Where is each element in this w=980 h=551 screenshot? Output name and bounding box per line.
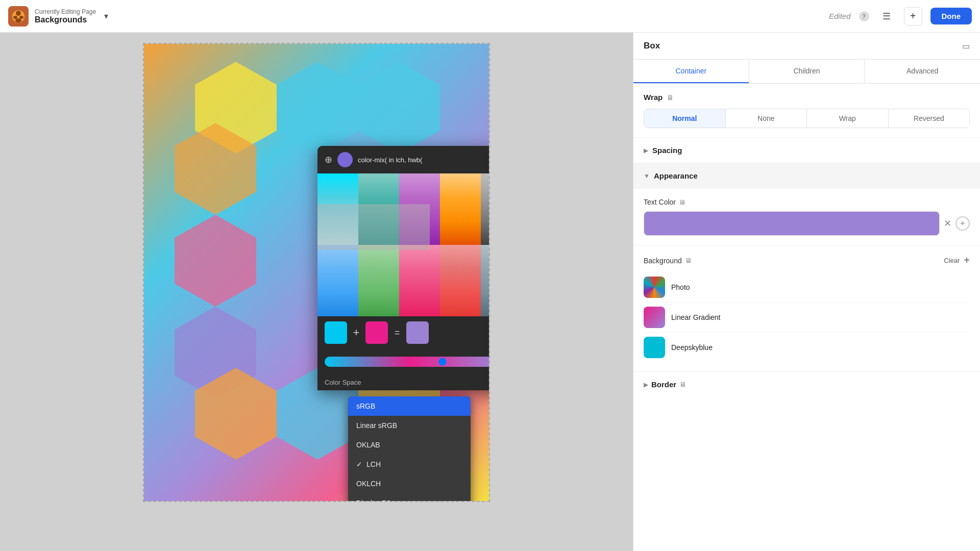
- color-slider-row: [317, 349, 490, 374]
- color-formula: color-mix( in lch, hwb(: [358, 156, 490, 164]
- dropdown-item-srgb[interactable]: sRGB: [348, 396, 471, 416]
- header-title: Backgrounds: [35, 15, 96, 24]
- background-header: Background 🖥 Clear +: [644, 255, 970, 266]
- solid-label: Deepskyblue: [671, 343, 713, 352]
- appearance-header[interactable]: ▼ Appearance: [633, 163, 980, 188]
- dropdown-item-oklab[interactable]: OKLAB: [348, 435, 471, 455]
- done-button[interactable]: Done: [930, 8, 972, 24]
- header-subtitle: Currently Editing Page: [35, 8, 96, 15]
- text-color-clear-icon[interactable]: ✕: [944, 218, 951, 229]
- add-icon[interactable]: +: [904, 7, 922, 26]
- colorspace-label: Color Space: [325, 379, 361, 386]
- background-add-btn[interactable]: +: [964, 255, 970, 266]
- gradient-label: Linear Gradient: [671, 313, 721, 321]
- equals-icon: =: [388, 323, 406, 342]
- svg-marker-10: [175, 215, 256, 307]
- background-actions: Clear +: [944, 255, 970, 266]
- monitor-icon-border: 🖥: [679, 381, 686, 388]
- svg-point-5: [15, 18, 21, 22]
- canvas-area: ⊕ color-mix( in lch, hwb( +: [0, 33, 633, 551]
- dropdown-item-linear-srgb[interactable]: Linear sRGB: [348, 416, 471, 435]
- monitor-icon-wrap: 🖥: [667, 93, 674, 102]
- app-header: Currently Editing Page Backgrounds ▾ Edi…: [0, 0, 980, 33]
- pink-swatch[interactable]: [365, 321, 388, 344]
- crosshair-icon[interactable]: ⊕: [325, 154, 332, 165]
- border-section: ▶ Border 🖥: [633, 372, 980, 397]
- right-panel: Box ▭ Container Children Advanced Wrap 🖥…: [633, 33, 980, 551]
- dropdown-label: Linear sRGB: [356, 421, 397, 430]
- picker-color-preview[interactable]: [337, 152, 353, 167]
- dropdown-label: Display-P3: [356, 499, 391, 502]
- spacing-title: Spacing: [652, 146, 682, 155]
- wrap-reversed[interactable]: Reversed: [889, 109, 970, 128]
- dropdown-label: sRGB: [356, 402, 375, 410]
- header-left: Currently Editing Page Backgrounds ▾: [8, 6, 108, 27]
- app-logo: [8, 6, 29, 27]
- background-item-solid[interactable]: Deepskyblue: [644, 333, 970, 362]
- spacing-chevron: ▶: [644, 147, 648, 154]
- background-clear-btn[interactable]: Clear: [944, 257, 960, 264]
- dropdown-item-oklch[interactable]: OKLCH: [348, 474, 471, 493]
- tab-advanced[interactable]: Advanced: [865, 60, 980, 83]
- canvas-frame: ⊕ color-mix( in lch, hwb( +: [143, 43, 490, 502]
- panel-title: Box: [644, 41, 660, 51]
- lavender-swatch[interactable]: [406, 321, 429, 344]
- svg-marker-7: [277, 62, 358, 154]
- wrap-none[interactable]: None: [726, 109, 807, 128]
- wrap-label: Wrap: [644, 93, 663, 102]
- appearance-section: ▼ Appearance: [633, 163, 980, 189]
- tab-container[interactable]: Container: [633, 60, 749, 83]
- dropdown-label: LCH: [366, 460, 381, 468]
- svg-point-2: [16, 11, 21, 16]
- picker-header: ⊕ color-mix( in lch, hwb( +: [317, 146, 490, 173]
- checkmark-icon: ✓: [356, 460, 362, 468]
- panel-header: Box ▭: [633, 33, 980, 60]
- background-item-gradient[interactable]: Linear Gradient: [644, 303, 970, 333]
- help-icon[interactable]: ?: [859, 11, 869, 21]
- color-gradient-grid[interactable]: [317, 173, 490, 316]
- appearance-chevron: ▼: [644, 172, 650, 180]
- header-dropdown-icon[interactable]: ▾: [104, 11, 108, 21]
- color-swatches: + =: [317, 316, 490, 349]
- colorspace-row: Color Space sRGB sRGB Linear sRGB OKLAB …: [317, 374, 490, 390]
- wrap-section: Wrap 🖥 Normal None Wrap Reversed: [633, 84, 980, 138]
- text-color-input-row: ✕ +: [644, 211, 970, 236]
- wrap-normal[interactable]: Normal: [644, 109, 726, 128]
- panel-collapse-icon[interactable]: ▭: [962, 41, 970, 51]
- text-color-section: Text Color 🖥 ✕ +: [633, 189, 980, 245]
- wrap-section-header: Wrap 🖥: [644, 93, 970, 102]
- background-item-photo[interactable]: Photo: [644, 272, 970, 303]
- svg-point-4: [19, 16, 23, 19]
- swatches-add-icon[interactable]: +: [347, 323, 365, 342]
- header-right: Edited ? ☰ + Done: [829, 7, 972, 26]
- color-slider[interactable]: [325, 357, 490, 367]
- dropdown-label: OKLAB: [356, 441, 380, 449]
- svg-point-3: [13, 16, 17, 19]
- gradient-thumb: [644, 307, 665, 328]
- monitor-icon-bg: 🖥: [685, 257, 692, 264]
- svg-marker-8: [358, 62, 440, 154]
- background-label: Background: [644, 257, 682, 265]
- wrap-options: Normal None Wrap Reversed: [644, 109, 970, 128]
- colorspace-dropdown: sRGB Linear sRGB OKLAB ✓ LCH OKLCH: [348, 396, 471, 502]
- border-title: Border: [651, 380, 676, 389]
- photo-label: Photo: [671, 283, 690, 291]
- dropdown-item-lch[interactable]: ✓ LCH: [348, 455, 471, 474]
- tab-children[interactable]: Children: [749, 60, 865, 83]
- monitor-icon-text-color: 🖥: [679, 198, 685, 206]
- list-icon[interactable]: ☰: [877, 7, 896, 26]
- photo-thumb: [644, 277, 665, 298]
- appearance-title: Appearance: [654, 171, 698, 180]
- text-color-add-icon[interactable]: +: [955, 216, 970, 231]
- border-chevron: ▶: [644, 381, 648, 388]
- text-color-label: Text Color: [644, 198, 676, 206]
- text-color-value-box[interactable]: [644, 211, 940, 236]
- wrap-wrap[interactable]: Wrap: [807, 109, 889, 128]
- solid-thumb: [644, 337, 665, 358]
- dropdown-label: OKLCH: [356, 480, 381, 488]
- dropdown-item-display-p3[interactable]: Display-P3: [348, 493, 471, 502]
- cyan-swatch[interactable]: [325, 321, 347, 344]
- panel-tabs: Container Children Advanced: [633, 60, 980, 84]
- header-title-group: Currently Editing Page Backgrounds: [35, 8, 96, 24]
- spacing-section[interactable]: ▶ Spacing: [633, 138, 980, 163]
